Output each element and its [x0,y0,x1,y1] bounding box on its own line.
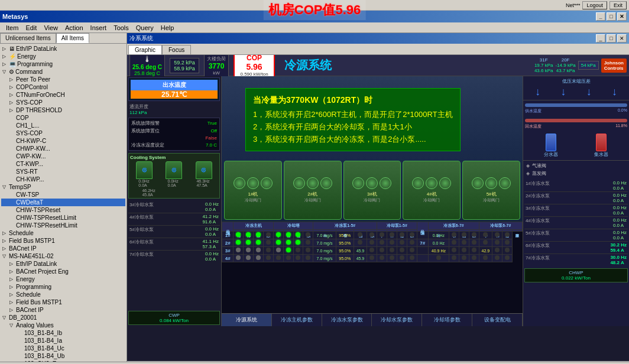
tree-command[interactable]: ▽ ⚙ Command [1,68,125,76]
tree-msnae[interactable]: ▽ MS-NAE451L-02 [1,252,125,260]
inner-close[interactable]: ✕ [617,34,627,43]
inner-maximize[interactable]: □ [607,34,616,43]
tab-cooling-pump[interactable]: 冷却水泵参数 [372,314,422,326]
tree-programming[interactable]: ▷ 💻 Programming [1,60,125,68]
cell [293,255,303,262]
tree-ctkwp[interactable]: CT-KWP... [1,160,125,168]
pump-label: 5#冷冻水泵 [526,230,550,240]
tree-label: Peer To Peer [16,76,50,83]
cooling-tower-label: Cooling System [130,155,218,160]
menu-item-insert[interactable]: Insert [87,24,111,32]
tree-chiwtspresLlimit[interactable]: CHIW-TSPResetLLimit [1,214,125,222]
tree-tempsp[interactable]: ▽ TempSP [1,183,125,191]
tree-chkwp2[interactable]: CH-KWP... [1,176,125,183]
tree-103b1b4ub[interactable]: 103_B1-B4_Ub [1,352,125,360]
cell [502,232,512,239]
tree-cop[interactable]: COP [1,114,125,122]
tree-energy2[interactable]: ▷ Energy [1,275,125,283]
tree-chiwtspresesHlimit[interactable]: CHIW-TSPResetHLimit [1,222,125,229]
tree-energy[interactable]: ▷ ⚡ Energy [1,53,125,60]
table-row: 3# 7.0 mg/s [222,247,523,255]
led [276,232,281,237]
tab-cold-source[interactable]: 冷源系统 [222,314,272,326]
tree-schedule[interactable]: ▷ Schedule [1,229,125,237]
tree-fieldbus[interactable]: ▷ Field Bus MSTP1 [1,237,125,245]
supply-label: 供水温度 [525,108,542,114]
cell [263,247,273,255]
status-label-4: 冷冻水温度设定 [131,142,164,148]
menu-item-action[interactable]: Action [61,24,87,32]
supply-value: 0.0% [618,108,627,114]
maximize-button[interactable]: □ [607,12,616,21]
cell [407,247,417,255]
manifold-section: 分水器 集水器 [523,131,629,160]
tree-programming2[interactable]: ▷ Programming [1,283,125,291]
expand-icon: ▽ [2,69,8,74]
tree-chkwpc[interactable]: CH-KWP-C [1,137,125,145]
tree-chivtspreeset[interactable]: CHIW-TSPReset [1,206,125,214]
row-id: 1# [222,232,234,239]
led [236,232,241,237]
tree-103ch3e[interactable]: 103_CH3_E [1,360,125,362]
tree-analogvalues[interactable]: ▽ Analog Values [1,321,125,329]
tree-dpthreshold[interactable]: ▷ DP THRESHOLD [1,106,125,114]
tree-label: SYS-RT [16,168,38,175]
tree-eth2[interactable]: ▷ Eth/IP DataLink [1,260,125,268]
tree-bacnetprojecteng[interactable]: ▷ BACnet Project Eng [1,268,125,275]
tree-cwtsp[interactable]: CW-TSP [1,191,125,199]
tree-cwdeltat[interactable]: CWDeltaT [1,199,125,206]
tree-chwpkw[interactable]: CHWP-KW... [1,145,125,152]
tree-db20001[interactable]: ▽ DB_20001 [1,314,125,321]
expand-icon: ▷ [9,269,15,274]
menu-item-tools[interactable]: Tools [110,24,132,32]
tree-fieldbus2[interactable]: ▷ Field Bus MSTP1 [1,298,125,306]
exit-button[interactable]: Exit [609,1,627,9]
tab-graphic[interactable]: Graphic [128,45,162,54]
pump-value: 30.0 Hz48.2 A [610,255,627,265]
tree-syscop[interactable]: ▷ SYS-COP [1,99,125,106]
menu-item-item[interactable]: Item [2,24,22,32]
tree-103b1b4ib[interactable]: 103_B1-B4_Ib [1,329,125,337]
tree-label: Eth/IP DataLink [16,261,57,267]
pump-label: 3#冷冻水泵 [526,205,550,216]
tree-eth-datalink[interactable]: ▷ 🖥 Eth/IP DataLink [1,45,125,53]
cooling-tower-panel: Cooling System 🌀 🌀 🌀 0.0Hz0.0A 0.0Hz0.0A… [128,153,220,199]
minimize-button[interactable]: _ [596,12,605,21]
tree-ch1l[interactable]: CH1_L... [1,122,125,129]
cell [502,239,512,247]
status-row-2: 系统故障置位 Off [130,127,218,135]
tab-cooling-tower[interactable]: 冷却塔参数 [422,314,472,326]
cell [263,239,273,247]
logout-button[interactable]: Logout [582,1,607,9]
tree-bacnetip2[interactable]: ▷ BACnet IP [1,306,125,314]
tree-sysrt[interactable]: SYS-RT [1,168,125,176]
inner-minimize[interactable]: _ [596,34,605,43]
tree-cwpkw[interactable]: CWP-KW... [1,152,125,160]
fan-6 [320,177,332,189]
led [483,255,488,260]
tree-label: Field Bus MSTP1 [9,238,55,244]
tree-peertopeer[interactable]: ▷ Peer To Peer [1,76,125,83]
valve-label-2: 蒸发阀 [532,170,546,177]
tab-chiller-params[interactable]: 冷冻主机参数 [272,314,322,326]
tree-syscop2[interactable]: SYS-COP [1,129,125,137]
sidebar-tab-allitems[interactable]: All Items [56,33,89,43]
tree-ctnumforoneсh[interactable]: ▷ CTNumForOneCH [1,91,125,99]
menu-item-view[interactable]: View [40,24,61,32]
menu-item-query[interactable]: Query [132,24,157,32]
menu-item-edit[interactable]: Edit [22,24,40,32]
tab-focus[interactable]: Focus [162,45,191,54]
annotation-title: 当冷量为3770KW（1072RT）时 [253,93,453,106]
sidebar-tab-unlicensed[interactable]: Unlicensed Items [0,33,56,43]
tab-equipment[interactable]: 设备变配电 [472,314,523,326]
tree-schedule2[interactable]: ▷ Schedule [1,291,125,298]
tree-copcontrol[interactable]: ▷ COPControl [1,83,125,91]
tree-bacnetip[interactable]: ▷ BACnet IP [1,245,125,252]
tree-103b1b4uc[interactable]: 103_B1-B4_Uc [1,344,125,352]
expand-icon: ▷ [9,277,15,282]
cell [449,247,459,255]
tab-chilled-pump[interactable]: 冷冻水泵参数 [322,314,372,326]
tree-103b1b4ia[interactable]: 103_B1-B4_Ia [1,337,125,344]
menu-item-help[interactable]: Help [157,24,178,32]
close-button[interactable]: ✕ [617,12,627,21]
